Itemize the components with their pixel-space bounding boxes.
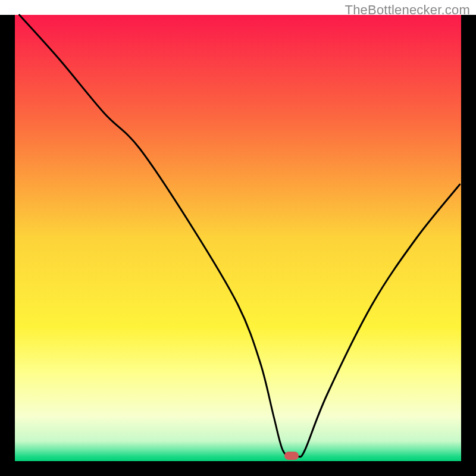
chart-background — [15, 15, 461, 461]
chart-canvas — [0, 0, 476, 476]
attribution-label: TheBottlenecker.com — [345, 2, 470, 18]
bottleneck-chart: TheBottlenecker.com — [0, 0, 476, 476]
optimal-point-marker — [284, 452, 299, 460]
